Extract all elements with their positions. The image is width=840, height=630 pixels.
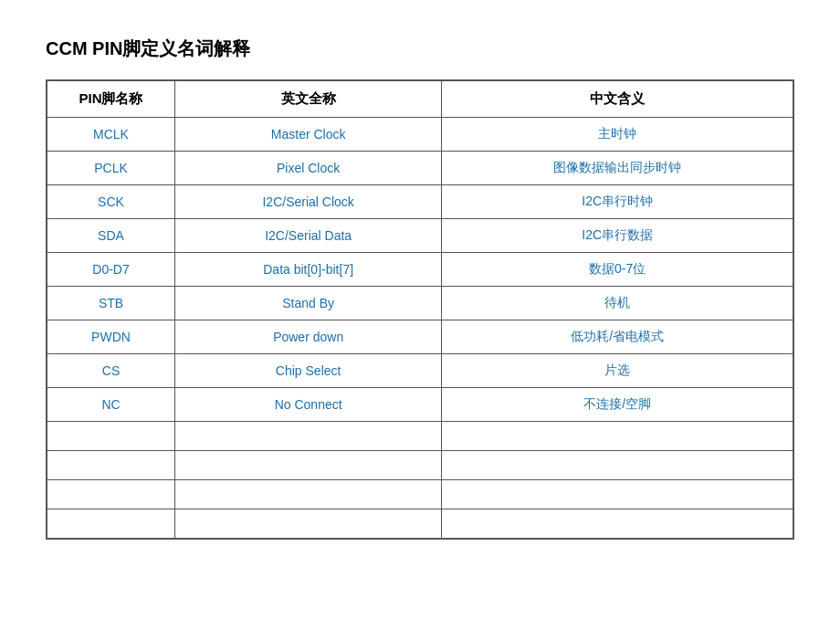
table-row: MCLKMaster Clock主时钟 <box>47 118 793 152</box>
cell-chinese: I2C串行时钟 <box>442 185 793 219</box>
cell-pin: MCLK <box>47 118 175 152</box>
cell-pin: D0-D7 <box>47 253 175 287</box>
cell-chinese: 不连接/空脚 <box>442 388 793 422</box>
cell-english: Stand By <box>175 287 442 320</box>
cell-pin: PWDN <box>47 320 175 354</box>
cell-empty <box>175 509 442 539</box>
cell-empty <box>175 480 442 509</box>
cell-empty <box>175 422 442 451</box>
page-title: CCM PIN脚定义名词解释 <box>46 37 794 61</box>
table-row: PWDNPower down低功耗/省电模式 <box>47 320 793 354</box>
cell-empty <box>175 451 442 480</box>
cell-pin: STB <box>47 287 175 320</box>
cell-english: Pixel Clock <box>175 152 442 185</box>
cell-empty <box>442 451 793 480</box>
cell-english: I2C/Serial Data <box>175 219 442 253</box>
cell-english: No Connect <box>175 388 442 422</box>
col-header-chinese: 中文含义 <box>442 81 793 118</box>
table-row: NCNo Connect不连接/空脚 <box>47 388 793 422</box>
cell-english: Data bit[0]-bit[7] <box>175 253 442 287</box>
cell-pin: SDA <box>47 219 175 253</box>
cell-chinese: 待机 <box>442 287 793 320</box>
cell-empty <box>442 480 793 509</box>
table-row-empty <box>47 480 793 509</box>
pin-definition-table: PIN脚名称 英文全称 中文含义 MCLKMaster Clock主时钟PCLK… <box>46 79 794 540</box>
cell-chinese: 数据0-7位 <box>442 253 793 287</box>
cell-english: Chip Select <box>175 354 442 388</box>
cell-english: I2C/Serial Clock <box>175 185 442 219</box>
cell-empty <box>47 451 175 480</box>
cell-empty <box>47 480 175 509</box>
table-row: SDAI2C/Serial DataI2C串行数据 <box>47 219 793 253</box>
cell-empty <box>442 422 793 451</box>
cell-english: Master Clock <box>175 118 442 152</box>
table-row: PCLKPixel Clock图像数据输出同步时钟 <box>47 152 793 185</box>
cell-chinese: 图像数据输出同步时钟 <box>442 152 793 185</box>
table-header-row: PIN脚名称 英文全称 中文含义 <box>47 81 793 118</box>
cell-pin: SCK <box>47 185 175 219</box>
table-row: CSChip Select片选 <box>47 354 793 388</box>
cell-chinese: 低功耗/省电模式 <box>442 320 793 354</box>
table-row-empty <box>47 509 793 539</box>
cell-pin: PCLK <box>47 152 175 185</box>
cell-pin: NC <box>47 388 175 422</box>
col-header-english: 英文全称 <box>175 81 442 118</box>
cell-empty <box>47 509 175 539</box>
table-row-empty <box>47 422 793 451</box>
cell-empty <box>47 422 175 451</box>
cell-empty <box>442 509 793 539</box>
col-header-pin: PIN脚名称 <box>47 81 175 118</box>
table-row: SCKI2C/Serial ClockI2C串行时钟 <box>47 185 793 219</box>
table-row: D0-D7Data bit[0]-bit[7]数据0-7位 <box>47 253 793 287</box>
cell-english: Power down <box>175 320 442 354</box>
cell-chinese: I2C串行数据 <box>442 219 793 253</box>
table-row: STBStand By待机 <box>47 287 793 320</box>
cell-pin: CS <box>47 354 175 388</box>
cell-chinese: 主时钟 <box>442 118 793 152</box>
table-row-empty <box>47 451 793 480</box>
cell-chinese: 片选 <box>442 354 793 388</box>
